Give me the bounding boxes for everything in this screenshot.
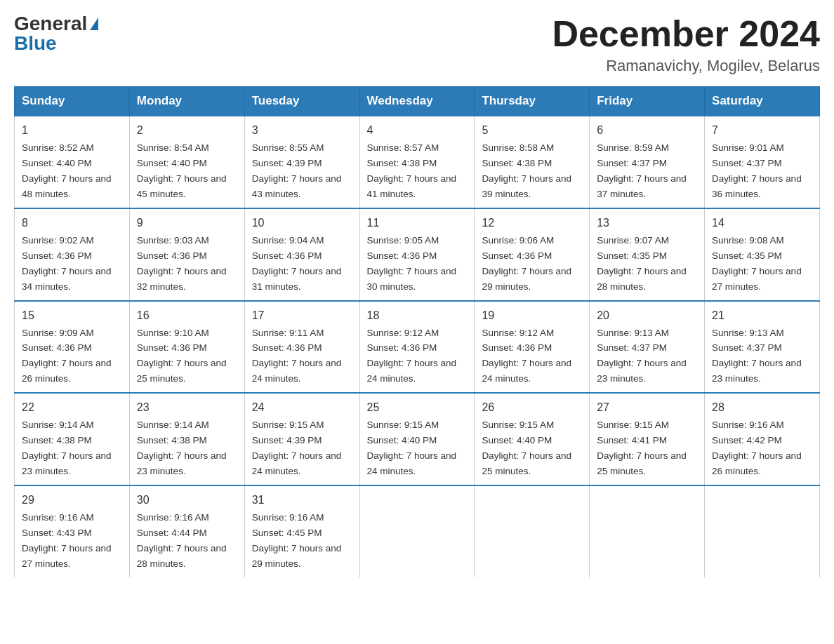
day-info: Sunrise: 9:04 AMSunset: 4:36 PMDaylight:… <box>252 235 342 292</box>
calendar-cell <box>705 485 820 577</box>
day-number: 11 <box>367 215 468 232</box>
day-number: 22 <box>22 399 122 416</box>
weekday-header-row: SundayMondayTuesdayWednesdayThursdayFrid… <box>15 87 820 116</box>
day-info: Sunrise: 9:16 AMSunset: 4:44 PMDaylight:… <box>137 512 227 569</box>
day-number: 5 <box>482 122 582 139</box>
day-number: 21 <box>712 307 812 324</box>
day-number: 28 <box>712 399 812 416</box>
day-number: 1 <box>22 122 122 139</box>
day-number: 10 <box>252 215 352 232</box>
day-info: Sunrise: 8:59 AMSunset: 4:37 PMDaylight:… <box>597 142 687 199</box>
calendar-cell <box>359 485 475 577</box>
day-number: 13 <box>597 215 697 232</box>
day-info: Sunrise: 9:01 AMSunset: 4:37 PMDaylight:… <box>712 142 802 199</box>
day-info: Sunrise: 9:10 AMSunset: 4:36 PMDaylight:… <box>137 328 227 384</box>
calendar-table: SundayMondayTuesdayWednesdayThursdayFrid… <box>14 86 820 577</box>
calendar-week-row: 8Sunrise: 9:02 AMSunset: 4:36 PMDaylight… <box>15 208 820 301</box>
calendar-cell: 5Sunrise: 8:58 AMSunset: 4:38 PMDaylight… <box>475 116 590 208</box>
weekday-header-tuesday: Tuesday <box>244 87 359 116</box>
day-number: 18 <box>367 307 468 324</box>
calendar-cell: 11Sunrise: 9:05 AMSunset: 4:36 PMDayligh… <box>359 208 475 301</box>
calendar-cell: 6Sunrise: 8:59 AMSunset: 4:37 PMDaylight… <box>590 116 705 208</box>
calendar-cell: 29Sunrise: 9:16 AMSunset: 4:43 PMDayligh… <box>15 485 130 577</box>
day-number: 3 <box>252 122 352 139</box>
calendar-cell: 21Sunrise: 9:13 AMSunset: 4:37 PMDayligh… <box>705 301 820 394</box>
calendar-cell: 18Sunrise: 9:12 AMSunset: 4:36 PMDayligh… <box>359 301 475 394</box>
day-number: 8 <box>22 215 122 232</box>
day-info: Sunrise: 9:09 AMSunset: 4:36 PMDaylight:… <box>22 328 112 384</box>
day-info: Sunrise: 9:08 AMSunset: 4:35 PMDaylight:… <box>712 235 802 292</box>
day-info: Sunrise: 9:13 AMSunset: 4:37 PMDaylight:… <box>712 328 802 384</box>
day-info: Sunrise: 9:16 AMSunset: 4:43 PMDaylight:… <box>22 512 112 569</box>
calendar-cell: 28Sunrise: 9:16 AMSunset: 4:42 PMDayligh… <box>705 393 820 485</box>
month-title: December 2024 <box>552 14 820 54</box>
calendar-cell: 9Sunrise: 9:03 AMSunset: 4:36 PMDaylight… <box>129 208 244 301</box>
weekday-header-sunday: Sunday <box>15 87 130 116</box>
calendar-cell: 19Sunrise: 9:12 AMSunset: 4:36 PMDayligh… <box>475 301 590 394</box>
day-number: 6 <box>597 122 697 139</box>
calendar-cell: 31Sunrise: 9:16 AMSunset: 4:45 PMDayligh… <box>244 485 359 577</box>
day-number: 2 <box>137 122 237 139</box>
day-number: 9 <box>137 215 237 232</box>
calendar-cell: 8Sunrise: 9:02 AMSunset: 4:36 PMDaylight… <box>15 208 130 301</box>
location-subtitle: Ramanavichy, Mogilev, Belarus <box>552 57 820 75</box>
title-block: December 2024 Ramanavichy, Mogilev, Bela… <box>552 14 820 75</box>
day-info: Sunrise: 9:14 AMSunset: 4:38 PMDaylight:… <box>22 420 112 476</box>
weekday-header-thursday: Thursday <box>475 87 590 116</box>
day-number: 17 <box>252 307 352 324</box>
day-info: Sunrise: 9:12 AMSunset: 4:36 PMDaylight:… <box>482 328 571 384</box>
day-number: 25 <box>367 399 468 416</box>
day-number: 26 <box>482 399 582 416</box>
day-number: 7 <box>712 122 812 139</box>
page-header: General Blue December 2024 Ramanavichy, … <box>14 14 820 75</box>
calendar-week-row: 22Sunrise: 9:14 AMSunset: 4:38 PMDayligh… <box>15 393 820 485</box>
day-info: Sunrise: 9:16 AMSunset: 4:42 PMDaylight:… <box>712 420 802 476</box>
calendar-cell: 30Sunrise: 9:16 AMSunset: 4:44 PMDayligh… <box>129 485 244 577</box>
calendar-week-row: 1Sunrise: 8:52 AMSunset: 4:40 PMDaylight… <box>15 116 820 208</box>
day-info: Sunrise: 8:54 AMSunset: 4:40 PMDaylight:… <box>137 142 227 199</box>
day-number: 20 <box>597 307 697 324</box>
calendar-cell: 24Sunrise: 9:15 AMSunset: 4:39 PMDayligh… <box>244 393 359 485</box>
day-number: 16 <box>137 307 237 324</box>
day-number: 27 <box>597 399 697 416</box>
calendar-cell: 4Sunrise: 8:57 AMSunset: 4:38 PMDaylight… <box>359 116 475 208</box>
logo: General Blue <box>14 14 98 53</box>
day-info: Sunrise: 8:52 AMSunset: 4:40 PMDaylight:… <box>22 142 112 199</box>
day-number: 12 <box>482 215 582 232</box>
calendar-cell: 26Sunrise: 9:15 AMSunset: 4:40 PMDayligh… <box>475 393 590 485</box>
day-number: 14 <box>712 215 812 232</box>
day-number: 15 <box>22 307 122 324</box>
day-info: Sunrise: 9:15 AMSunset: 4:41 PMDaylight:… <box>597 420 687 476</box>
day-info: Sunrise: 8:57 AMSunset: 4:38 PMDaylight:… <box>367 142 457 199</box>
day-info: Sunrise: 9:14 AMSunset: 4:38 PMDaylight:… <box>137 420 227 476</box>
day-info: Sunrise: 9:03 AMSunset: 4:36 PMDaylight:… <box>137 235 227 292</box>
calendar-cell: 7Sunrise: 9:01 AMSunset: 4:37 PMDaylight… <box>705 116 820 208</box>
calendar-cell: 1Sunrise: 8:52 AMSunset: 4:40 PMDaylight… <box>15 116 130 208</box>
calendar-cell: 22Sunrise: 9:14 AMSunset: 4:38 PMDayligh… <box>15 393 130 485</box>
weekday-header-saturday: Saturday <box>705 87 820 116</box>
day-info: Sunrise: 9:05 AMSunset: 4:36 PMDaylight:… <box>367 235 457 292</box>
day-number: 29 <box>22 492 122 509</box>
calendar-cell: 10Sunrise: 9:04 AMSunset: 4:36 PMDayligh… <box>244 208 359 301</box>
logo-blue: Blue <box>14 34 57 53</box>
calendar-cell: 17Sunrise: 9:11 AMSunset: 4:36 PMDayligh… <box>244 301 359 394</box>
calendar-week-row: 29Sunrise: 9:16 AMSunset: 4:43 PMDayligh… <box>15 485 820 577</box>
day-info: Sunrise: 9:07 AMSunset: 4:35 PMDaylight:… <box>597 235 687 292</box>
day-info: Sunrise: 9:15 AMSunset: 4:40 PMDaylight:… <box>367 420 457 476</box>
calendar-cell: 2Sunrise: 8:54 AMSunset: 4:40 PMDaylight… <box>129 116 244 208</box>
day-number: 30 <box>137 492 237 509</box>
calendar-cell <box>475 485 590 577</box>
day-info: Sunrise: 9:15 AMSunset: 4:39 PMDaylight:… <box>252 420 342 476</box>
day-number: 23 <box>137 399 237 416</box>
calendar-cell: 27Sunrise: 9:15 AMSunset: 4:41 PMDayligh… <box>590 393 705 485</box>
weekday-header-monday: Monday <box>129 87 244 116</box>
calendar-cell: 20Sunrise: 9:13 AMSunset: 4:37 PMDayligh… <box>590 301 705 394</box>
day-number: 24 <box>252 399 352 416</box>
calendar-cell <box>590 485 705 577</box>
day-number: 31 <box>252 492 352 509</box>
day-info: Sunrise: 8:58 AMSunset: 4:38 PMDaylight:… <box>482 142 571 199</box>
logo-general: General <box>14 14 87 34</box>
logo-triangle-icon <box>90 18 98 30</box>
weekday-header-friday: Friday <box>590 87 705 116</box>
calendar-cell: 12Sunrise: 9:06 AMSunset: 4:36 PMDayligh… <box>475 208 590 301</box>
